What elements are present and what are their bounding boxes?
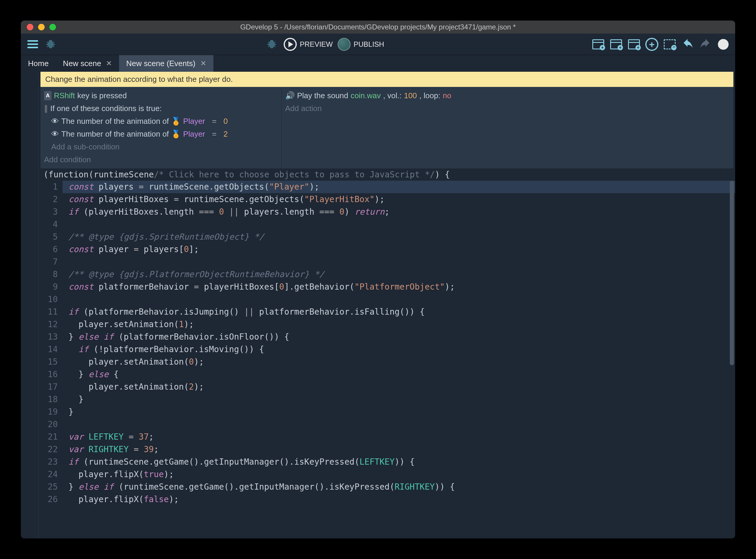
menu-button[interactable]	[26, 37, 40, 51]
code-line[interactable]: player.setAnimation(1);	[68, 318, 735, 331]
main-content: Change the animation according to what t…	[21, 72, 735, 538]
new-external-events-button[interactable]: +	[627, 37, 641, 51]
event-tree-gutter[interactable]	[21, 72, 39, 538]
undo-button[interactable]	[681, 37, 695, 51]
keyboard-icon: A	[44, 91, 51, 100]
close-icon[interactable]: ✕	[106, 59, 112, 68]
object-badge-icon: 🏅	[171, 115, 181, 127]
code-line[interactable]: /** @type {gdjs.PlatformerObjectRuntimeB…	[68, 268, 735, 281]
code-line[interactable]: const platformerBehavior = playerHitBoxe…	[68, 281, 735, 293]
traffic-lights	[27, 24, 56, 30]
code-line[interactable]: var RIGHTKEY = 39;	[68, 443, 735, 456]
preview-debug-button[interactable]	[265, 37, 279, 51]
vol-value: 100	[404, 90, 417, 102]
layout-icon: +	[610, 39, 622, 49]
remove-button[interactable]: −	[663, 37, 677, 51]
condition-key-pressed[interactable]: A RShift key is pressed	[44, 89, 278, 102]
tab-label: Home	[28, 59, 48, 68]
operator: =	[212, 115, 216, 127]
code-line[interactable]: const players = runtimeScene.getObjects(…	[63, 181, 735, 193]
code-editor[interactable]: 1234567891011121314151617181920212223242…	[39, 181, 735, 538]
code-line[interactable]: } else if (platformerBehavior.isOnFloor(…	[68, 331, 735, 343]
actions-panel[interactable]: 🔊 Play the sound coin.wav , vol.: 100 , …	[281, 87, 733, 169]
maximize-window-button[interactable]	[49, 24, 56, 30]
code-line[interactable]	[68, 293, 735, 306]
value: 0	[224, 115, 228, 127]
code-line[interactable]: player.flipX(false);	[68, 493, 735, 506]
condition-animation-0[interactable]: 👁 The number of the animation of 🏅 Playe…	[44, 115, 278, 128]
redo-button[interactable]	[698, 37, 713, 51]
vertical-scrollbar[interactable]	[730, 181, 734, 538]
condition-or[interactable]: ‖ If one of these conditions is true:	[44, 102, 278, 115]
window-title: GDevelop 5 - /Users/florian/Documents/GD…	[240, 23, 516, 31]
code-line[interactable]: } else {	[68, 368, 735, 381]
add-action-link[interactable]: Add action	[285, 102, 730, 115]
bug-icon	[266, 38, 278, 50]
bug-icon	[45, 38, 56, 50]
cond-prefix: The number of the animation of	[61, 128, 169, 140]
code-line[interactable]: var LEFTKEY = 37;	[68, 431, 735, 443]
code-line[interactable]: const playerHitBoxes = runtimeScene.getO…	[68, 193, 735, 206]
code-line[interactable]: if (platformerBehavior.isJumping() || pl…	[68, 306, 735, 318]
condition-animation-2[interactable]: 👁 The number of the animation of 🏅 Playe…	[44, 128, 278, 140]
code-line[interactable]: if (runtimeScene.getGame().getInputManag…	[68, 456, 735, 468]
sound-icon: 🔊	[285, 90, 295, 102]
vol-label: , vol.:	[383, 90, 402, 102]
event-comment[interactable]: Change the animation according to what t…	[41, 72, 733, 87]
code-line[interactable]	[68, 256, 735, 268]
add-button[interactable]: +	[645, 37, 659, 51]
preview-button[interactable]: PREVIEW	[284, 38, 333, 51]
or-label: If one of these conditions is true:	[50, 103, 162, 114]
remove-icon: −	[664, 39, 675, 49]
object-name: Player	[183, 128, 205, 140]
conditions-panel[interactable]: A RShift key is pressed ‖ If one of thes…	[41, 87, 281, 169]
close-icon[interactable]: ✕	[200, 59, 206, 68]
code-line[interactable]: if (playerHitBoxes.length === 0 || playe…	[68, 206, 735, 218]
new-scene-button[interactable]: +	[591, 37, 605, 51]
cond-prefix: The number of the animation of	[61, 115, 169, 127]
tab-label: New scene	[63, 59, 101, 68]
publish-button[interactable]: PUBLISH	[338, 38, 384, 51]
code-line[interactable]: }	[68, 406, 735, 418]
tab-home[interactable]: Home	[21, 55, 56, 72]
code-line[interactable]: /** @type {gdjs.SpriteRuntimeObject} */	[68, 231, 735, 243]
debugger-button[interactable]	[43, 37, 58, 51]
code-line[interactable]	[68, 218, 735, 231]
add-condition-link[interactable]: Add condition	[44, 153, 278, 166]
code-line[interactable]: const player = players[0];	[68, 243, 735, 256]
object-badge-icon: 🏅	[171, 128, 181, 140]
tabs-bar: Home New scene ✕ New scene (Events) ✕	[21, 55, 735, 72]
sound-file: coin.wav	[351, 90, 381, 102]
add-sub-condition-link[interactable]: Add a sub-condition	[44, 140, 278, 153]
code-line[interactable]: if (!platformerBehavior.isMoving()) {	[68, 343, 735, 356]
operator: =	[212, 128, 216, 140]
js-event-header[interactable]: (function(runtimeScene /* Click here to …	[39, 169, 735, 181]
scrollbar-thumb[interactable]	[730, 181, 734, 365]
new-external-layout-button[interactable]: +	[609, 37, 623, 51]
code-line[interactable]: player.flipX(true);	[68, 468, 735, 481]
close-window-button[interactable]	[27, 24, 33, 30]
tab-label: New scene (Events)	[126, 59, 196, 68]
search-button[interactable]	[716, 37, 730, 51]
js-header-hint: /* Click here to choose objects to pass …	[154, 170, 435, 179]
code-line[interactable]: player.setAnimation(2);	[68, 381, 735, 393]
code-line[interactable]: player.setAnimation(0);	[68, 356, 735, 368]
code-line[interactable]	[68, 418, 735, 431]
code-line[interactable]: }	[68, 393, 735, 406]
undo-icon	[682, 38, 693, 50]
code-line[interactable]: } else if (runtimeScene.getGame().getInp…	[68, 481, 735, 493]
value: 2	[224, 128, 228, 140]
scene-icon: +	[592, 39, 604, 49]
titlebar: GDevelop 5 - /Users/florian/Documents/GD…	[21, 21, 735, 33]
tab-scene[interactable]: New scene ✕	[56, 55, 119, 72]
play-icon	[284, 38, 297, 51]
app-window: GDevelop 5 - /Users/florian/Documents/GD…	[21, 21, 735, 538]
action-play-sound[interactable]: 🔊 Play the sound coin.wav , vol.: 100 , …	[285, 89, 730, 102]
publish-icon	[338, 38, 351, 51]
key-name: RShift	[54, 90, 75, 102]
tab-scene-events[interactable]: New scene (Events) ✕	[119, 55, 213, 72]
loop-label: , loop:	[419, 90, 440, 102]
event-block: A RShift key is pressed ‖ If one of thes…	[41, 87, 733, 169]
minimize-window-button[interactable]	[38, 24, 45, 30]
code-body[interactable]: const players = runtimeScene.getObjects(…	[63, 181, 735, 538]
